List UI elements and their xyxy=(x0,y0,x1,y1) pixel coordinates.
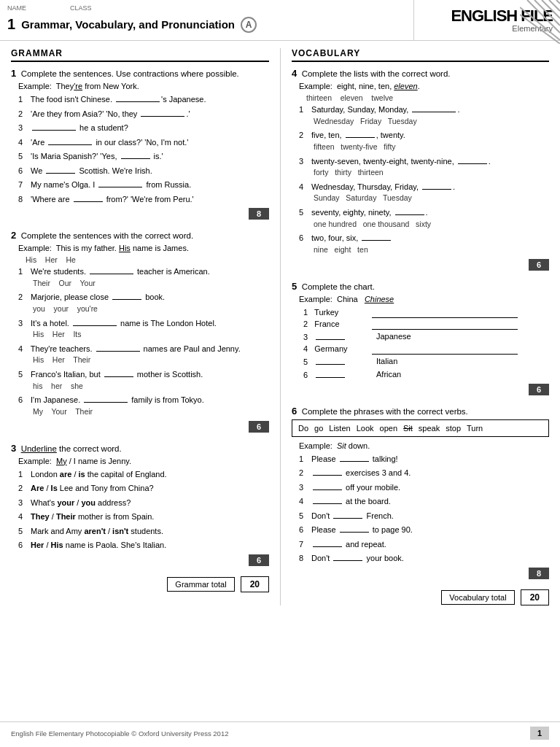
table-cell xyxy=(372,306,518,318)
circle-a: A xyxy=(241,17,257,33)
ex3-score: 6 xyxy=(249,554,269,566)
list-item: 5 Don't French. xyxy=(299,510,549,522)
main-content: GRAMMAR 1 Complete the sentences. Use co… xyxy=(0,41,560,613)
ex6-score-box: 8 xyxy=(292,568,549,579)
exercise-1-title: 1 Complete the sentences. Use contractio… xyxy=(11,68,269,79)
list-item: 1 Please talking! xyxy=(299,453,549,465)
table-row: 6 African xyxy=(299,368,518,381)
verb-stop: stop xyxy=(446,424,461,433)
ex3-underline-word: Underline xyxy=(21,444,57,453)
list-item: 7 My name's Olga. I from Russia. xyxy=(18,179,269,191)
ex6-instruction: Complete the phrases with the correct ve… xyxy=(302,407,468,416)
ex4-example-sub: thirteen eleven twelve xyxy=(306,93,549,102)
sub-words: fifteen twenty-five fifty xyxy=(314,142,549,153)
list-item: 4 They / Their mother is from Spain. xyxy=(18,511,269,523)
table-row: 1 Turkey xyxy=(299,306,518,318)
page: NAME CLASS 1 Grammar, Vocabulary, and Pr… xyxy=(0,0,560,747)
header-left: NAME CLASS 1 Grammar, Vocabulary, and Pr… xyxy=(0,0,414,40)
list-item: 2 five, ten, , twenty. fifteen twenty-fi… xyxy=(299,129,549,152)
grammar-total-row: Grammar total 20 xyxy=(11,576,269,592)
grammar-total-score: 20 xyxy=(241,576,269,592)
table-cell: Japanese xyxy=(372,330,518,343)
header: NAME CLASS 1 Grammar, Vocabulary, and Pr… xyxy=(0,0,560,41)
section-title: Grammar, Vocabulary, and Pronunciation xyxy=(21,18,235,31)
ex2-list: 1 We're students. teacher is American. T… xyxy=(18,266,269,418)
list-item: 8 'Where are from?' 'We're from Peru.' xyxy=(18,193,269,206)
list-item: 6 We Scottish. We're Irish. xyxy=(18,165,269,177)
ex5-score: 6 xyxy=(529,384,549,395)
list-item: 3 What's your / you address? xyxy=(18,497,269,509)
ex1-instruction: Complete the sentences. Use contractions… xyxy=(21,69,239,78)
ex6-score: 8 xyxy=(529,568,549,579)
list-item: 5 Franco's Italian, but mother is Scotti… xyxy=(18,368,269,392)
sub-words: nine eight ten xyxy=(314,244,549,256)
ex3-list: 1 London are / is the capital of England… xyxy=(18,468,269,551)
verb-go: go xyxy=(314,424,323,433)
ex2-example: Example: This is my father. His name is … xyxy=(18,244,269,252)
ex1-example: Example: They're from New York. xyxy=(18,82,269,90)
table-cell: 2 France xyxy=(299,318,372,330)
header-title: 1 Grammar, Vocabulary, and Pronunciation… xyxy=(7,13,406,36)
table-cell: 1 Turkey xyxy=(299,306,372,318)
table-cell: Italian xyxy=(372,355,518,368)
ex6-list: 1 Please talking! 2 exercises 3 and 4. 3… xyxy=(299,453,549,565)
exercise-1: 1 Complete the sentences. Use contractio… xyxy=(11,68,269,220)
verb-look: Look xyxy=(357,424,374,433)
deco-lines-icon xyxy=(520,0,560,44)
vocabulary-total-score: 20 xyxy=(521,589,549,605)
list-item: 6 I'm Japanese. family is from Tokyo. My… xyxy=(18,394,269,417)
list-item: 2 'Are they from Asia?' 'No, they .' xyxy=(18,108,269,120)
grammar-header: GRAMMAR xyxy=(11,48,269,62)
sub-words: forty thirty thirteen xyxy=(314,167,549,179)
sub-words: one hundred one thousand sixty xyxy=(314,219,549,231)
verb-listen: Listen xyxy=(329,424,350,433)
ex4-list: 1 Saturday, Sunday, Monday, . Wednesday … xyxy=(299,104,549,256)
sub-words: His Her Their xyxy=(33,355,269,366)
list-item: 3 he a student? xyxy=(18,122,269,134)
exercise-3-title: 3 Underline the correct word. xyxy=(11,443,269,454)
verb-sit: Sit xyxy=(403,424,413,433)
list-item: 3 off your mobile. xyxy=(299,481,549,494)
table-row: 5 Italian xyxy=(299,355,518,368)
sub-words: Sunday Saturday Tuesday xyxy=(314,193,549,204)
list-item: 5 Mark and Amy aren't / isn't students. xyxy=(18,525,269,538)
list-item: 5 seventy, eighty, ninety, . one hundred… xyxy=(299,206,549,230)
vocabulary-total-label: Vocabulary total xyxy=(441,590,514,605)
list-item: 2 exercises 3 and 4. xyxy=(299,467,549,479)
grammar-section: GRAMMAR 1 Complete the sentences. Use co… xyxy=(11,48,281,605)
list-item: 1 London are / is the capital of England… xyxy=(18,468,269,481)
sub-words: you your you're xyxy=(33,303,269,315)
exercise-5: 5 Complete the chart. Example: China Chi… xyxy=(292,281,549,395)
ex3-example: Example: My / I name is Jenny. xyxy=(18,457,269,465)
exercise-5-title: 5 Complete the chart. xyxy=(292,281,549,292)
list-item: 1 The food isn't Chinese. 's Japanese. xyxy=(18,93,269,106)
header-right: ENGLISH FILE Elementary xyxy=(414,0,560,40)
ex6-example: Example: Sit down. xyxy=(299,441,549,450)
sub-words: Their Our Your xyxy=(33,278,269,290)
ex6-num: 6 xyxy=(292,406,297,417)
exercise-3: 3 Underline the correct word. Example: M… xyxy=(11,443,269,566)
list-item: 7 and repeat. xyxy=(299,538,549,551)
exercise-2: 2 Complete the sentences with the correc… xyxy=(11,230,269,433)
ex5-num: 5 xyxy=(292,281,297,292)
ex1-num: 1 xyxy=(11,68,16,79)
sub-words: His Her Its xyxy=(33,329,269,341)
footer-copyright: English File Elementary Photocopiable © … xyxy=(11,729,228,738)
ex4-score-box: 6 xyxy=(292,259,549,271)
ex1-list: 1 The food isn't Chinese. 's Japanese. 2… xyxy=(18,93,269,205)
table-row: 2 France xyxy=(299,318,518,330)
exercise-4-title: 4 Complete the lists with the correct wo… xyxy=(292,68,549,79)
verb-turn: Turn xyxy=(467,424,483,433)
ex4-num: 4 xyxy=(292,68,297,79)
list-item: 3 twenty-seven, twenty-eight, twenty-nin… xyxy=(299,155,549,179)
footer-page-num: 1 xyxy=(530,727,549,740)
ex5-instruction: Complete the chart. xyxy=(302,282,375,291)
ex4-score: 6 xyxy=(529,259,549,271)
table-cell xyxy=(372,343,518,355)
sub-words: My Your Their xyxy=(33,406,269,418)
ex2-num: 2 xyxy=(11,230,16,241)
sub-words: Wednesday Friday Tuesday xyxy=(314,116,549,128)
list-item: 4 They're teachers. names are Paul and J… xyxy=(18,343,269,366)
ex2-score-box: 6 xyxy=(11,421,269,433)
table-cell: 3 xyxy=(299,330,372,343)
